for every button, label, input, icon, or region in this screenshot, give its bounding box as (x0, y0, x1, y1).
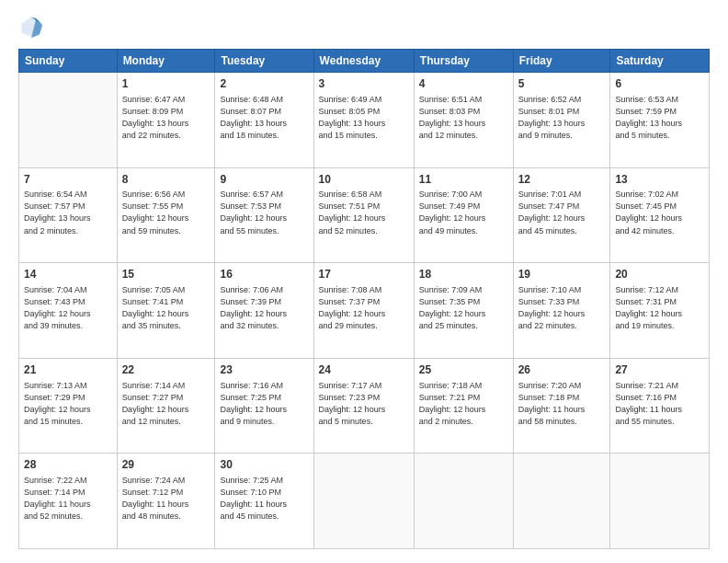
calendar-cell: 27Sunrise: 7:21 AM Sunset: 7:16 PM Dayli… (610, 358, 710, 454)
day-number: 2 (220, 76, 308, 92)
calendar-cell: 5Sunrise: 6:52 AM Sunset: 8:01 PM Daylig… (513, 73, 610, 168)
cell-info: Sunrise: 6:47 AM Sunset: 8:09 PM Dayligh… (122, 94, 210, 142)
cell-info: Sunrise: 7:24 AM Sunset: 7:12 PM Dayligh… (122, 475, 210, 523)
cell-info: Sunrise: 7:14 AM Sunset: 7:27 PM Dayligh… (122, 380, 210, 428)
calendar-cell: 12Sunrise: 7:01 AM Sunset: 7:47 PM Dayli… (513, 167, 610, 263)
cell-info: Sunrise: 7:25 AM Sunset: 7:10 PM Dayligh… (220, 475, 308, 523)
day-number: 9 (220, 172, 308, 188)
cell-info: Sunrise: 6:52 AM Sunset: 8:01 PM Dayligh… (518, 94, 606, 142)
cell-info: Sunrise: 6:57 AM Sunset: 7:53 PM Dayligh… (220, 189, 308, 236)
day-number: 23 (220, 362, 308, 378)
day-number: 14 (24, 267, 112, 282)
weekday-header-tuesday: Tuesday (215, 50, 313, 73)
day-number: 6 (615, 76, 704, 92)
day-number: 27 (615, 362, 704, 378)
week-row-2: 7Sunrise: 6:54 AM Sunset: 7:57 PM Daylig… (19, 167, 710, 263)
day-number: 5 (518, 76, 606, 92)
cell-info: Sunrise: 6:49 AM Sunset: 8:05 PM Dayligh… (319, 94, 409, 142)
calendar-table: SundayMondayTuesdayWednesdayThursdayFrid… (18, 49, 710, 549)
day-number: 20 (615, 267, 704, 282)
calendar-cell: 25Sunrise: 7:18 AM Sunset: 7:21 PM Dayli… (414, 358, 513, 454)
day-number: 7 (24, 172, 112, 188)
cell-info: Sunrise: 7:18 AM Sunset: 7:21 PM Dayligh… (419, 380, 508, 428)
cell-info: Sunrise: 7:22 AM Sunset: 7:14 PM Dayligh… (24, 475, 112, 523)
calendar-cell: 20Sunrise: 7:12 AM Sunset: 7:31 PM Dayli… (610, 263, 710, 359)
weekday-header-thursday: Thursday (414, 50, 513, 73)
day-number: 29 (122, 457, 210, 473)
calendar-cell: 14Sunrise: 7:04 AM Sunset: 7:43 PM Dayli… (19, 263, 118, 359)
weekday-header-wednesday: Wednesday (313, 50, 414, 73)
day-number: 16 (220, 267, 308, 282)
calendar-cell: 10Sunrise: 6:58 AM Sunset: 7:51 PM Dayli… (313, 167, 414, 263)
calendar-cell (513, 454, 610, 549)
day-number: 30 (220, 457, 308, 473)
cell-info: Sunrise: 6:51 AM Sunset: 8:03 PM Dayligh… (419, 94, 508, 142)
cell-info: Sunrise: 7:08 AM Sunset: 7:37 PM Dayligh… (319, 284, 409, 332)
weekday-header-sunday: Sunday (19, 50, 118, 73)
day-number: 19 (518, 267, 606, 282)
weekday-header-monday: Monday (117, 50, 215, 73)
cell-info: Sunrise: 6:56 AM Sunset: 7:55 PM Dayligh… (122, 189, 210, 236)
cell-info: Sunrise: 7:16 AM Sunset: 7:25 PM Dayligh… (220, 380, 308, 428)
calendar-cell: 15Sunrise: 7:05 AM Sunset: 7:41 PM Dayli… (117, 263, 215, 359)
calendar-cell: 1Sunrise: 6:47 AM Sunset: 8:09 PM Daylig… (117, 73, 215, 168)
day-number: 15 (122, 267, 210, 282)
calendar-cell: 3Sunrise: 6:49 AM Sunset: 8:05 PM Daylig… (313, 73, 414, 168)
day-number: 22 (122, 362, 210, 378)
header (18, 14, 710, 40)
weekday-header-friday: Friday (513, 50, 610, 73)
calendar-cell: 6Sunrise: 6:53 AM Sunset: 7:59 PM Daylig… (610, 73, 710, 168)
calendar-cell: 11Sunrise: 7:00 AM Sunset: 7:49 PM Dayli… (414, 167, 513, 263)
cell-info: Sunrise: 6:53 AM Sunset: 7:59 PM Dayligh… (615, 94, 704, 142)
day-number: 4 (419, 76, 508, 92)
calendar-cell: 16Sunrise: 7:06 AM Sunset: 7:39 PM Dayli… (215, 263, 313, 359)
cell-info: Sunrise: 7:21 AM Sunset: 7:16 PM Dayligh… (615, 380, 704, 428)
calendar-cell (313, 454, 414, 549)
calendar-cell: 29Sunrise: 7:24 AM Sunset: 7:12 PM Dayli… (117, 454, 215, 549)
calendar-cell (19, 73, 118, 168)
cell-info: Sunrise: 7:05 AM Sunset: 7:41 PM Dayligh… (122, 284, 210, 332)
cell-info: Sunrise: 7:13 AM Sunset: 7:29 PM Dayligh… (24, 380, 112, 428)
cell-info: Sunrise: 7:04 AM Sunset: 7:43 PM Dayligh… (24, 284, 112, 332)
calendar-cell: 18Sunrise: 7:09 AM Sunset: 7:35 PM Dayli… (414, 263, 513, 359)
calendar-cell: 7Sunrise: 6:54 AM Sunset: 7:57 PM Daylig… (19, 167, 118, 263)
day-number: 21 (24, 362, 112, 378)
day-number: 26 (518, 362, 606, 378)
calendar-cell (610, 454, 710, 549)
calendar-cell: 8Sunrise: 6:56 AM Sunset: 7:55 PM Daylig… (117, 167, 215, 263)
day-number: 12 (518, 172, 606, 188)
day-number: 28 (24, 457, 112, 473)
cell-info: Sunrise: 6:48 AM Sunset: 8:07 PM Dayligh… (220, 94, 308, 142)
week-row-3: 14Sunrise: 7:04 AM Sunset: 7:43 PM Dayli… (19, 263, 710, 359)
day-number: 24 (319, 362, 409, 378)
cell-info: Sunrise: 7:00 AM Sunset: 7:49 PM Dayligh… (419, 189, 508, 236)
day-number: 18 (419, 267, 508, 282)
logo (18, 14, 48, 40)
cell-info: Sunrise: 7:01 AM Sunset: 7:47 PM Dayligh… (518, 189, 606, 236)
weekday-header-saturday: Saturday (610, 50, 710, 73)
calendar-cell: 22Sunrise: 7:14 AM Sunset: 7:27 PM Dayli… (117, 358, 215, 454)
calendar-cell: 19Sunrise: 7:10 AM Sunset: 7:33 PM Dayli… (513, 263, 610, 359)
week-row-1: 1Sunrise: 6:47 AM Sunset: 8:09 PM Daylig… (19, 73, 710, 168)
day-number: 3 (319, 76, 409, 92)
calendar-cell: 30Sunrise: 7:25 AM Sunset: 7:10 PM Dayli… (215, 454, 313, 549)
cell-info: Sunrise: 7:17 AM Sunset: 7:23 PM Dayligh… (319, 380, 409, 428)
calendar-cell: 17Sunrise: 7:08 AM Sunset: 7:37 PM Dayli… (313, 263, 414, 359)
cell-info: Sunrise: 6:54 AM Sunset: 7:57 PM Dayligh… (24, 189, 112, 236)
week-row-4: 21Sunrise: 7:13 AM Sunset: 7:29 PM Dayli… (19, 358, 710, 454)
cell-info: Sunrise: 7:20 AM Sunset: 7:18 PM Dayligh… (518, 380, 606, 428)
calendar-cell (414, 454, 513, 549)
cell-info: Sunrise: 6:58 AM Sunset: 7:51 PM Dayligh… (319, 189, 409, 236)
day-number: 8 (122, 172, 210, 188)
day-number: 25 (419, 362, 508, 378)
calendar-cell: 23Sunrise: 7:16 AM Sunset: 7:25 PM Dayli… (215, 358, 313, 454)
cell-info: Sunrise: 7:12 AM Sunset: 7:31 PM Dayligh… (615, 284, 704, 332)
cell-info: Sunrise: 7:06 AM Sunset: 7:39 PM Dayligh… (220, 284, 308, 332)
day-number: 11 (419, 172, 508, 188)
calendar-cell: 26Sunrise: 7:20 AM Sunset: 7:18 PM Dayli… (513, 358, 610, 454)
weekday-header-row: SundayMondayTuesdayWednesdayThursdayFrid… (19, 50, 710, 73)
cell-info: Sunrise: 7:09 AM Sunset: 7:35 PM Dayligh… (419, 284, 508, 332)
page: SundayMondayTuesdayWednesdayThursdayFrid… (0, 0, 728, 563)
day-number: 1 (122, 76, 210, 92)
calendar-cell: 4Sunrise: 6:51 AM Sunset: 8:03 PM Daylig… (414, 73, 513, 168)
